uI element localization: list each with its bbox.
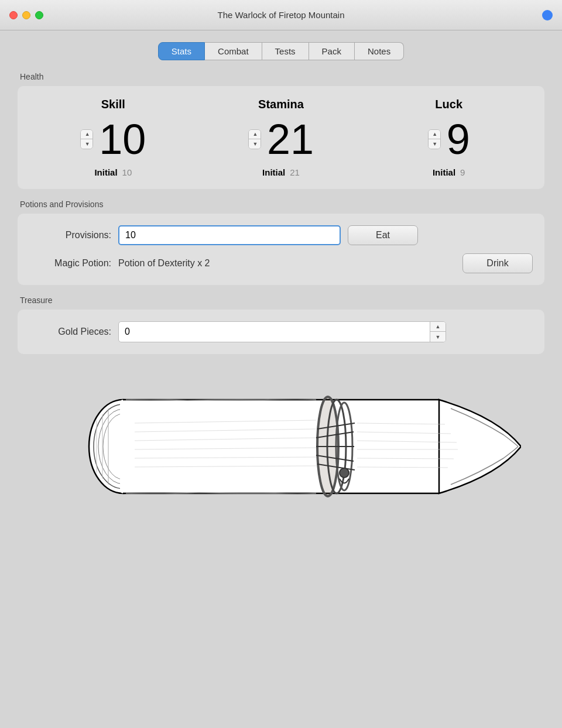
treasure-section-label: Treasure	[20, 296, 544, 305]
magic-potion-row: Magic Potion: Potion of Dexterity x 2 Dr…	[29, 253, 533, 273]
health-section-label: Health	[20, 72, 544, 81]
gold-pieces-label: Gold Pieces:	[29, 327, 111, 337]
tab-bar: Stats Combat Tests Pack Notes	[18, 42, 544, 60]
gold-up-btn[interactable]: ▲	[430, 322, 446, 332]
title-bar: The Warlock of Firetop Mountain	[0, 0, 562, 30]
gold-stepper[interactable]: ▲ ▼	[430, 322, 446, 342]
luck-initial-label: Initial	[433, 167, 455, 177]
provisions-input[interactable]	[118, 225, 341, 245]
svg-point-18	[340, 468, 349, 478]
skill-initial-value: 10	[122, 167, 132, 177]
minimize-button[interactable]	[22, 11, 30, 19]
skill-value-row: ▲ ▼ 10	[80, 118, 146, 160]
tab-tests[interactable]: Tests	[262, 42, 309, 60]
stamina-initial-label: Initial	[262, 167, 285, 177]
provisions-row: Provisions: Eat	[29, 225, 533, 245]
eat-button[interactable]: Eat	[348, 225, 418, 245]
stamina-stepper[interactable]: ▲ ▼	[248, 129, 261, 149]
skill-up-btn[interactable]: ▲	[81, 130, 93, 139]
gold-down-btn[interactable]: ▼	[430, 332, 446, 342]
gold-input-wrap: ▲ ▼	[118, 321, 446, 342]
luck-value-row: ▲ ▼ 9	[428, 118, 470, 160]
luck-label: Luck	[435, 98, 462, 111]
svg-rect-4	[120, 400, 442, 493]
stamina-down-btn[interactable]: ▼	[249, 139, 261, 149]
luck-up-btn[interactable]: ▲	[429, 130, 441, 139]
tab-combat[interactable]: Combat	[205, 42, 262, 60]
tab-stats[interactable]: Stats	[158, 42, 205, 60]
luck-value: 9	[447, 118, 470, 160]
scroll-illustration-area	[18, 365, 544, 523]
luck-initial-value: 9	[460, 167, 465, 177]
treasure-panel: Gold Pieces: ▲ ▼	[18, 310, 544, 354]
potions-panel: Provisions: Eat Magic Potion: Potion of …	[18, 214, 544, 285]
stamina-column: Stamina ▲ ▼ 21 Initial 21	[197, 98, 365, 177]
skill-initial-label: Initial	[94, 167, 117, 177]
luck-stepper[interactable]: ▲ ▼	[428, 129, 441, 149]
maximize-button[interactable]	[35, 11, 43, 19]
luck-down-btn[interactable]: ▼	[429, 139, 441, 149]
window-controls	[9, 11, 43, 19]
tab-notes[interactable]: Notes	[355, 42, 404, 60]
stamina-value: 21	[267, 118, 314, 160]
luck-column: Luck ▲ ▼ 9 Initial 9	[365, 98, 533, 177]
health-panel: Skill ▲ ▼ 10 Initial 10 Stamina	[18, 86, 544, 189]
stamina-value-row: ▲ ▼ 21	[248, 118, 314, 160]
gold-pieces-input[interactable]	[119, 322, 430, 341]
skill-initial-row: Initial 10	[94, 167, 132, 177]
skill-down-btn[interactable]: ▼	[81, 139, 93, 149]
stamina-label: Stamina	[258, 98, 304, 111]
stamina-initial-row: Initial 21	[262, 167, 300, 177]
skill-value: 10	[99, 118, 146, 160]
stamina-initial-value: 21	[290, 167, 300, 177]
tab-pack[interactable]: Pack	[309, 42, 355, 60]
scroll-image	[41, 382, 521, 511]
skill-column: Skill ▲ ▼ 10 Initial 10	[29, 98, 197, 177]
skill-label: Skill	[101, 98, 125, 111]
window-title: The Warlock of Firetop Mountain	[217, 10, 344, 20]
stamina-up-btn[interactable]: ▲	[249, 130, 261, 139]
main-content: Stats Combat Tests Pack Notes Health Ski…	[0, 30, 562, 728]
luck-initial-row: Initial 9	[433, 167, 465, 177]
magic-potion-value: Potion of Dexterity x 2	[118, 258, 455, 269]
status-dot	[542, 10, 553, 20]
skill-stepper[interactable]: ▲ ▼	[80, 129, 93, 149]
potions-section-label: Potions and Provisions	[20, 200, 544, 209]
close-button[interactable]	[9, 11, 18, 19]
drink-button[interactable]: Drink	[462, 253, 533, 273]
provisions-label: Provisions:	[29, 230, 111, 241]
magic-potion-label: Magic Potion:	[29, 258, 111, 269]
